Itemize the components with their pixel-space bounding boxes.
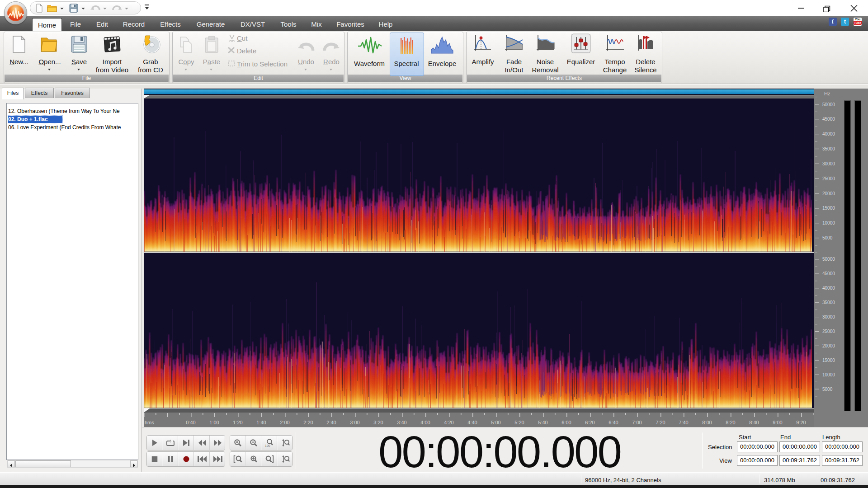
svg-text:100: 100 [265,444,270,447]
